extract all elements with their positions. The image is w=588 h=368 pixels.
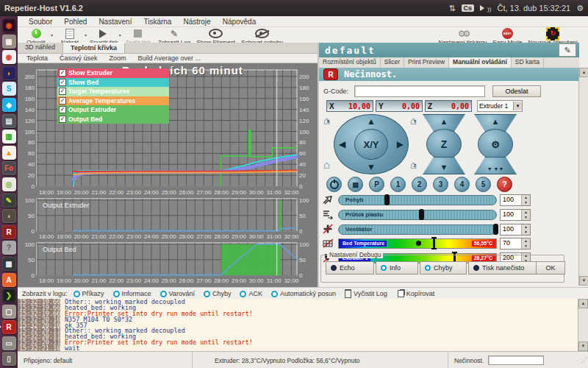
menu-item[interactable]: Nástroje — [178, 18, 215, 26]
legend-row[interactable]: ✓ Show Extruder — [57, 68, 169, 78]
launcher-item[interactable]: ◎ — [2, 177, 16, 191]
errors-toggle[interactable]: Chyby — [420, 261, 467, 275]
flow-slider[interactable]: Průtok plastu — [338, 210, 497, 220]
spinner-down-icon[interactable]: ▼ — [522, 200, 530, 205]
scroll-down-icon[interactable]: ▼ — [578, 342, 588, 351]
scroll-down-icon[interactable]: ▼ — [579, 276, 588, 286]
launcher-item[interactable]: S — [2, 82, 16, 96]
speed-spinner[interactable]: 100 ▲▼ — [500, 194, 531, 206]
preset-button[interactable]: 1 — [390, 177, 406, 192]
preset-button[interactable]: 5 — [476, 177, 491, 192]
extruder-select[interactable]: Extruder 1 ▼ — [477, 100, 523, 112]
legend-checkbox[interactable]: ✓ — [59, 88, 66, 95]
launcher-item[interactable]: ◗ — [2, 66, 16, 80]
log-filter-toggle[interactable]: Příkazy — [74, 290, 104, 297]
log-filter-toggle[interactable]: Varování — [160, 290, 195, 297]
z-down-button[interactable]: ▼ — [423, 157, 465, 174]
fan-slider-thumb[interactable] — [493, 224, 498, 235]
view-tab[interactable]: 3D náhled — [18, 43, 63, 53]
menu-item[interactable]: Nastavení — [93, 18, 137, 26]
legend-checkbox[interactable]: ✓ — [59, 97, 66, 105]
dropdown-arrow-icon[interactable]: ▾ — [85, 32, 87, 38]
home-z-button[interactable]: ⌂Z — [410, 159, 417, 170]
log-filter-toggle[interactable]: Chyby — [204, 290, 232, 297]
extrude-down-button[interactable]: ▼ ▼▼ — [474, 157, 517, 174]
legend-row[interactable]: ✓ Average Temperatures — [57, 96, 169, 106]
spinner-up-icon[interactable]: ▲ — [522, 238, 530, 244]
legend-checkbox[interactable]: ✓ — [59, 79, 66, 86]
home-y-button[interactable]: ⌂Y — [410, 115, 417, 126]
sync-icon[interactable]: ⇅ — [448, 4, 455, 13]
xy-jog-pad[interactable]: ▲ ◀ ▶ ▼ X/Y — [334, 114, 409, 174]
launcher-item[interactable]: ❯ — [2, 289, 16, 302]
scroll-up-icon[interactable]: ▲ — [578, 299, 588, 308]
log-filter-toggle[interactable]: ACK — [240, 290, 262, 297]
bed-temp-thumb[interactable] — [433, 237, 435, 250]
motors-off-button[interactable] — [348, 177, 363, 192]
launcher-item[interactable]: ▥ — [2, 130, 16, 144]
speed-slider-thumb[interactable] — [384, 194, 390, 205]
panel-scrollbar[interactable]: ▲ ▼ — [578, 68, 588, 286]
launcher-item[interactable]: ▯ — [2, 352, 16, 366]
chart-menu-item[interactable]: Build Average over ... — [134, 54, 205, 62]
chart-menu-item[interactable]: Časový úsek — [55, 54, 102, 62]
preset-button[interactable]: 3 — [433, 177, 448, 192]
preset-button[interactable]: P — [369, 177, 384, 192]
power-button[interactable] — [326, 177, 342, 192]
gcode-input[interactable] — [354, 85, 485, 97]
launcher-item[interactable]: ▦ — [2, 257, 16, 271]
ok-button[interactable]: OK — [536, 261, 565, 275]
launcher-item[interactable]: ? — [2, 241, 16, 255]
clock[interactable]: Čt, 13. dub 15:32:21 — [497, 4, 570, 13]
launcher-item[interactable]: ▲ — [2, 146, 16, 160]
keyboard-layout-indicator[interactable]: Cs — [462, 4, 475, 12]
menu-item[interactable]: Tiskárna — [138, 18, 176, 26]
launcher-item[interactable]: ◉ — [2, 50, 16, 64]
home-x-button[interactable]: ⌂X — [323, 115, 330, 126]
jog-x-plus-icon[interactable]: ▶ — [397, 139, 404, 149]
launcher-item[interactable]: ▭ — [2, 336, 16, 350]
launcher-item[interactable]: ✎ — [2, 194, 16, 208]
legend-row[interactable]: ✓ Output Extruder — [57, 105, 169, 115]
launcher-item[interactable]: Fo — [2, 161, 16, 175]
resize-grip[interactable]: ⋰ — [581, 357, 587, 364]
chevron-down-icon[interactable]: ▼ — [513, 102, 522, 110]
spinner-up-icon[interactable]: ▲ — [522, 210, 530, 215]
flow-slider-thumb[interactable] — [419, 209, 424, 220]
session-gear-icon[interactable]: ⚙ — [576, 4, 584, 13]
launcher-item[interactable]: ◉ — [2, 18, 16, 32]
scroll-up-icon[interactable]: ▲ — [579, 68, 588, 77]
chart-menu-item[interactable]: Teplota — [22, 54, 52, 62]
spinner-up-icon[interactable]: ▲ — [522, 195, 530, 200]
copy-log-button[interactable]: Kopírovat — [398, 290, 435, 297]
send-button[interactable]: Odeslat — [492, 85, 541, 97]
dropdown-arrow-icon[interactable]: ▾ — [119, 32, 121, 38]
fan-spinner[interactable]: 100 ▲▼ — [500, 224, 531, 236]
z-center-button[interactable]: Z — [426, 129, 462, 160]
log-scrollbar[interactable]: ▲ ▼ — [578, 299, 588, 351]
launcher-item[interactable]: ◆ — [2, 98, 16, 112]
log-filter-toggle[interactable]: Automatický posun — [271, 290, 336, 297]
dry-run-toggle[interactable]: Tisk nanečisto — [468, 261, 537, 275]
panel-tab[interactable]: Rozmístění objektů — [319, 57, 381, 68]
log-filter-toggle[interactable]: Informace — [113, 290, 151, 297]
preset-button[interactable]: 2 — [412, 177, 427, 192]
panel-tab[interactable]: SD karta — [512, 57, 544, 68]
spinner-down-icon[interactable]: ▼ — [522, 215, 530, 220]
panel-tab[interactable]: Slicer — [381, 57, 404, 68]
jog-y-plus-icon[interactable]: ▲ — [367, 116, 376, 127]
legend-checkbox[interactable]: ✓ — [59, 116, 66, 123]
menu-item[interactable]: Pohled — [59, 18, 92, 26]
xy-center-button[interactable]: X/Y — [354, 129, 388, 160]
fan-slider[interactable]: Ventilátor — [338, 224, 497, 235]
legend-row[interactable]: ✓ Target Temperatures — [57, 87, 169, 96]
info-toggle[interactable]: Info — [376, 261, 418, 275]
spinner-down-icon[interactable]: ▼ — [522, 244, 530, 249]
launcher-item[interactable]: ◖ — [2, 209, 16, 223]
menu-item[interactable]: Nápověda — [218, 18, 262, 26]
legend-row[interactable]: ✓ Show Bed — [57, 78, 169, 88]
home-all-button[interactable]: ⌂ — [323, 159, 330, 170]
speed-slider[interactable]: Pohyb — [338, 195, 497, 205]
spinner-down-icon[interactable]: ▼ — [522, 230, 530, 235]
view-tab[interactable]: Teplotní křivka — [63, 43, 125, 53]
